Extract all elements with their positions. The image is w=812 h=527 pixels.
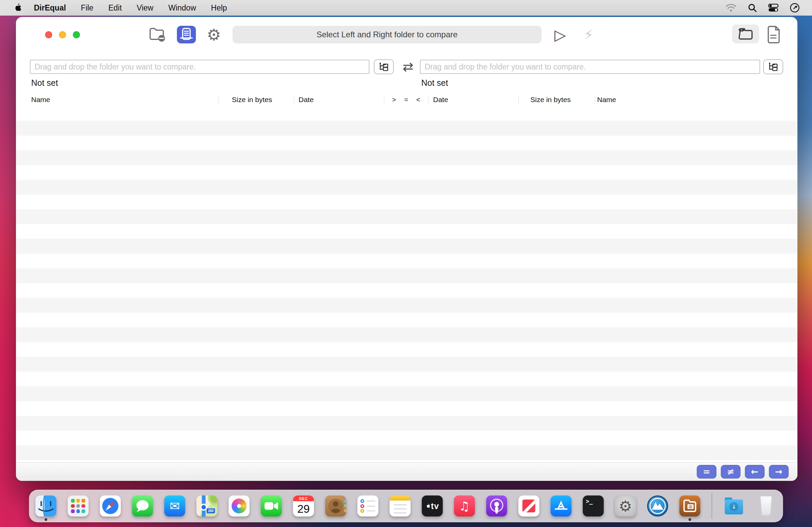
- header-left-size: Size in bytes: [219, 95, 294, 104]
- calendar-month: DEC: [293, 496, 314, 501]
- dock-appstore-icon[interactable]: [551, 496, 572, 516]
- dock-appletv-icon[interactable]: tv: [422, 496, 443, 516]
- header-right-size: Size in bytes: [519, 95, 595, 104]
- search-icon[interactable]: [748, 3, 757, 13]
- copy-right-button[interactable]: →: [769, 465, 788, 479]
- report-document-icon[interactable]: [764, 25, 783, 44]
- terminal-prompt-label: >_: [586, 498, 593, 504]
- clock-icon[interactable]: [789, 3, 800, 13]
- dock-system-preferences-icon[interactable]: ⚙: [615, 496, 636, 516]
- left-browse-tree-button[interactable]: [374, 59, 394, 74]
- finder-running-indicator: [45, 518, 47, 521]
- maps-280-badge: 280: [206, 508, 216, 514]
- header-greater: >: [392, 96, 396, 104]
- header-left-name: Name: [30, 95, 219, 104]
- window-footer: = ≠ ← →: [16, 462, 797, 481]
- flash-icon: ⚡: [579, 25, 598, 44]
- traffic-lights: [45, 31, 80, 38]
- header-equal: =: [404, 96, 408, 104]
- menu-edit[interactable]: Edit: [108, 3, 122, 13]
- menubar-app-name[interactable]: DirEqual: [34, 3, 66, 13]
- menubar-status-area: [725, 3, 800, 13]
- dock-terminal-icon[interactable]: >_: [583, 496, 604, 516]
- apple-menu-icon[interactable]: [13, 3, 22, 13]
- direqual-window: ⚙ Select Left and Right folder to compar…: [16, 17, 797, 481]
- dock-messages-icon[interactable]: [132, 496, 153, 516]
- equal-button[interactable]: =: [697, 465, 716, 479]
- flatten-view-button[interactable]: [177, 26, 196, 43]
- dock-mountain-app-icon[interactable]: [647, 496, 668, 516]
- dock-reminders-icon[interactable]: [358, 496, 379, 516]
- copy-left-button[interactable]: ←: [745, 465, 765, 479]
- play-icon[interactable]: ▷: [551, 25, 570, 44]
- dock-podcasts-icon[interactable]: [486, 496, 507, 516]
- dock-news-icon[interactable]: [519, 496, 539, 516]
- toolbar-status-title: Select Left and Right folder to compare: [232, 26, 541, 43]
- dock-photos-icon[interactable]: [229, 496, 250, 516]
- remove-folder-button[interactable]: [147, 26, 166, 43]
- header-less: <: [416, 96, 420, 104]
- dock-launchpad-icon[interactable]: [68, 496, 89, 516]
- left-folder-status: Not set: [31, 78, 58, 88]
- menu-help[interactable]: Help: [211, 3, 227, 13]
- header-right-name: Name: [595, 95, 797, 104]
- dock-downloads-icon[interactable]: ↓: [724, 496, 744, 516]
- header-left-date: Date: [294, 95, 384, 104]
- close-button[interactable]: [45, 31, 52, 38]
- dock-separator: [712, 493, 712, 519]
- swap-folders-icon[interactable]: ⇄: [398, 58, 418, 75]
- minimize-button[interactable]: [59, 31, 66, 38]
- tv-label: tv: [431, 501, 439, 511]
- dock-maps-icon[interactable]: 280: [197, 496, 218, 516]
- dock-music-icon[interactable]: ♫: [454, 496, 475, 516]
- dock-notes-icon[interactable]: [390, 496, 411, 516]
- wifi-icon[interactable]: [725, 3, 737, 12]
- zoom-button[interactable]: [73, 31, 80, 38]
- dock-facetime-icon[interactable]: [261, 496, 282, 516]
- direqual-running-indicator: [688, 518, 691, 521]
- dock-trash-icon[interactable]: [756, 496, 777, 516]
- open-folder-button[interactable]: [732, 25, 759, 43]
- header-right-date: Date: [428, 95, 519, 104]
- menu-file[interactable]: File: [81, 3, 93, 13]
- menu-view[interactable]: View: [136, 3, 153, 13]
- right-browse-tree-button[interactable]: [763, 59, 783, 74]
- dock-calendar-icon[interactable]: DEC 29: [293, 496, 314, 516]
- comparison-results-list: [16, 106, 797, 462]
- table-header-row: Name Size in bytes Date > = < Date Size …: [16, 93, 797, 106]
- calendar-day: 29: [293, 501, 314, 516]
- menu-bar: DirEqual File Edit View Window Help: [0, 0, 812, 16]
- dock-direqual-icon[interactable]: [680, 496, 700, 516]
- right-folder-status: Not set: [421, 78, 448, 88]
- not-equal-button[interactable]: ≠: [721, 465, 740, 479]
- menu-window[interactable]: Window: [169, 3, 196, 13]
- dock: ✉ 280 DEC 29: [29, 490, 783, 522]
- header-compare: > = <: [384, 95, 428, 104]
- left-folder-input[interactable]: [30, 60, 369, 74]
- dock-mail-icon[interactable]: ✉: [164, 496, 185, 516]
- dock-finder-icon[interactable]: [35, 496, 57, 516]
- control-center-icon[interactable]: [768, 4, 779, 12]
- gear-icon[interactable]: ⚙: [204, 25, 223, 44]
- dock-safari-icon[interactable]: [100, 496, 121, 516]
- dock-contacts-icon[interactable]: [325, 496, 346, 516]
- right-folder-input[interactable]: [420, 60, 760, 74]
